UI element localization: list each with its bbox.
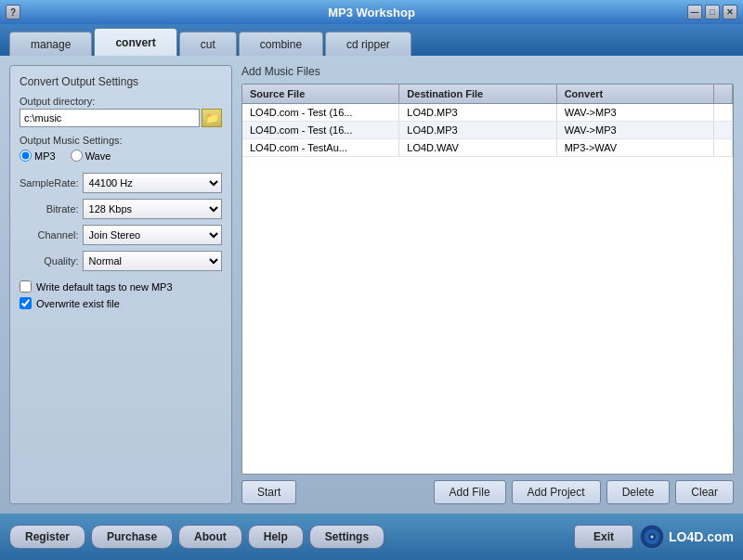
start-button[interactable]: Start (241, 480, 296, 504)
left-panel-title: Convert Output Settings (20, 75, 222, 88)
row2-extra (714, 122, 733, 138)
row2-destination: LO4D.MP3 (399, 122, 556, 138)
radio-mp3[interactable]: MP3 (20, 150, 56, 162)
action-buttons: Start Add File Add Project Delete Clear (241, 480, 734, 504)
sample-rate-select[interactable]: 44100 Hz 8000 Hz 11025 Hz 22050 Hz 48000… (83, 173, 222, 193)
table-row[interactable]: LO4D.com - Test (16... LO4D.MP3 WAV->MP3 (242, 122, 733, 139)
quality-select[interactable]: Normal Low High Very High (83, 251, 222, 271)
add-file-button[interactable]: Add File (434, 480, 506, 504)
output-dir-row: 📁 (20, 109, 222, 127)
delete-button[interactable]: Delete (606, 480, 671, 504)
tab-bar: manage convert cut combine cd ripper (0, 24, 743, 56)
about-button[interactable]: About (178, 525, 242, 549)
clear-button[interactable]: Clear (675, 480, 734, 504)
quality-label: Quality: (20, 255, 79, 267)
add-project-button[interactable]: Add Project (512, 480, 601, 504)
row1-extra (714, 104, 733, 121)
sample-rate-label: SampleRate: (20, 177, 79, 189)
file-table: Source File Destination File Convert LO4… (241, 84, 734, 475)
minimize-button[interactable]: — (687, 5, 702, 20)
row3-destination: LO4D.WAV (399, 139, 556, 156)
tab-convert[interactable]: convert (94, 28, 176, 56)
close-button[interactable]: ✕ (723, 5, 737, 20)
table-row[interactable]: LO4D.com - Test (16... LO4D.MP3 WAV->MP3 (242, 104, 733, 122)
col-source: Source File (242, 85, 399, 103)
table-row[interactable]: LO4D.com - TestAu... LO4D.WAV MP3->WAV (242, 139, 733, 157)
main-content: Convert Output Settings Output directory… (0, 56, 743, 514)
write-tags-label: Write default tags to new MP3 (36, 281, 173, 293)
output-dir-input[interactable] (20, 109, 200, 127)
music-settings-label: Output Music Settings: (20, 135, 222, 146)
radio-wave[interactable]: Wave (71, 150, 111, 162)
col-destination: Destination File (399, 85, 556, 103)
bitrate-label: Bitrate: (20, 203, 79, 215)
channel-select[interactable]: Join Stereo Mono Stereo Dual Channel (83, 225, 222, 245)
row3-extra (714, 139, 733, 156)
overwrite-checkbox[interactable] (20, 297, 32, 309)
tab-cdripper[interactable]: cd ripper (325, 32, 411, 56)
table-body: LO4D.com - Test (16... LO4D.MP3 WAV->MP3… (242, 104, 733, 157)
bitrate-select[interactable]: 128 Kbps 64 Kbps 96 Kbps 192 Kbps 256 Kb… (83, 199, 222, 219)
help-icon[interactable]: ? (6, 5, 20, 20)
exit-button[interactable]: Exit (574, 525, 633, 549)
channel-label: Channel: (20, 229, 79, 241)
row1-source: LO4D.com - Test (16... (242, 104, 399, 121)
output-dir-group: Output directory: 📁 (20, 96, 222, 127)
row2-source: LO4D.com - Test (16... (242, 122, 399, 138)
window-controls: — □ ✕ (687, 5, 737, 20)
settings-button[interactable]: Settings (309, 525, 385, 549)
overwrite-checkbox-label[interactable]: Overwrite exist file (20, 297, 222, 309)
title-bar: ? MP3 Workshop — □ ✕ (0, 0, 743, 24)
output-dir-label: Output directory: (20, 96, 222, 107)
row3-source: LO4D.com - TestAu... (242, 139, 399, 156)
row1-destination: LO4D.MP3 (399, 104, 556, 121)
row2-convert: WAV->MP3 (557, 122, 714, 138)
tab-combine[interactable]: combine (239, 32, 323, 56)
tab-cut[interactable]: cut (179, 32, 237, 56)
settings-grid: SampleRate: 44100 Hz 8000 Hz 11025 Hz 22… (20, 173, 222, 271)
logo-area: LO4D.com (639, 524, 734, 550)
col-convert: Convert (557, 85, 714, 103)
logo-icon (639, 524, 665, 550)
output-format-group: MP3 Wave (20, 150, 222, 162)
write-tags-checkbox-label[interactable]: Write default tags to new MP3 (20, 280, 222, 293)
app-title: MP3 Workshop (328, 6, 415, 20)
overwrite-label: Overwrite exist file (36, 298, 120, 309)
tab-manage[interactable]: manage (9, 32, 92, 56)
register-button[interactable]: Register (9, 525, 85, 549)
row1-convert: WAV->MP3 (557, 104, 714, 121)
left-panel: Convert Output Settings Output directory… (9, 65, 232, 504)
row3-convert: MP3->WAV (557, 139, 714, 156)
logo-text: LO4D.com (669, 529, 734, 544)
table-header: Source File Destination File Convert (242, 85, 733, 104)
maximize-button[interactable]: □ (705, 5, 720, 20)
browse-button[interactable]: 📁 (202, 109, 222, 127)
col-extra (714, 85, 733, 103)
right-panel: Add Music Files Source File Destination … (241, 65, 734, 504)
purchase-button[interactable]: Purchase (91, 525, 173, 549)
checkbox-group: Write default tags to new MP3 Overwrite … (20, 280, 222, 309)
right-panel-title: Add Music Files (241, 65, 734, 78)
svg-point-3 (650, 536, 653, 539)
bottom-bar: Register Purchase About Help Settings Ex… (0, 514, 743, 560)
help-button[interactable]: Help (248, 525, 304, 549)
write-tags-checkbox[interactable] (20, 280, 32, 293)
